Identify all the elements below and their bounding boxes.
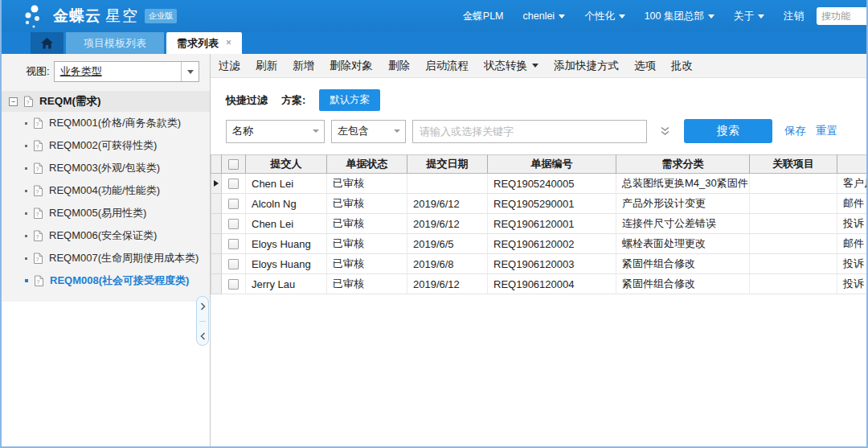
function-search-input[interactable] [817,7,868,25]
cell-project[interactable] [750,254,837,274]
cell-source[interactable]: 投诉 [837,274,866,294]
menu-item-personalize[interactable]: 个性化 [584,10,625,23]
cell-date[interactable] [407,174,488,194]
cell-category[interactable]: 总装图纸更换M4_30紧固件 [616,174,750,194]
toolbar-add[interactable]: 新增 [293,59,314,73]
row-checkbox[interactable] [228,259,239,269]
header-select-all[interactable] [222,154,246,174]
menu-item-about[interactable]: 关于 [734,10,764,23]
cell-submitter[interactable]: Chen Lei [246,214,327,234]
menu-item-user[interactable]: chenlei [523,10,566,22]
cell-project[interactable] [750,174,837,194]
row-checkbox[interactable] [228,219,239,229]
row-select-cell[interactable] [222,174,246,194]
tab-project-template-list[interactable]: 项目模板列表 [66,32,164,54]
cell-submitter[interactable]: Eloys Huang [246,234,327,254]
cell-project[interactable] [750,214,837,234]
search-button[interactable]: 搜索 [684,119,772,143]
cell-submitter[interactable]: Alcoln Ng [246,194,327,214]
view-select-arrow[interactable] [181,62,199,81]
column-header-source[interactable]: 需求来源 [837,154,866,174]
cell-category[interactable]: 紧固件组合修改 [616,254,750,274]
cell-status[interactable]: 已审核 [327,194,407,214]
toolbar-filter[interactable]: 过滤 [219,59,240,73]
cell-submitter[interactable]: Jerry Lau [246,274,327,294]
row-checkbox[interactable] [228,239,239,249]
toolbar-start-workflow[interactable]: 启动流程 [425,59,469,73]
cell-date[interactable]: 2019/6/12 [407,194,488,214]
menu-item-plm[interactable]: 金蝶PLM [463,10,504,23]
cell-date[interactable]: 2019/6/12 [407,214,488,234]
toolbar-status-transition[interactable]: 状态转换 [484,59,538,73]
tree-item-reqm005[interactable]: ? REQM005(易用性类) [2,202,210,224]
toolbar-refresh[interactable]: 刷新 [256,59,277,73]
column-header-submitter[interactable]: 提交人 [246,154,327,174]
cell-status[interactable]: 已审核 [327,214,407,234]
view-select[interactable]: 业务类型 [54,61,199,82]
tree-item-reqm006[interactable]: ? REQM006(安全保证类) [2,224,210,247]
column-header-number[interactable]: 单据编号 [488,154,616,174]
cell-status[interactable]: 已审核 [327,234,407,254]
cell-status[interactable]: 已审核 [327,254,407,274]
tree-item-reqm004[interactable]: ? REQM004(功能/性能类) [2,179,210,202]
cell-date[interactable]: 2019/6/5 [407,234,488,254]
panel-splitter[interactable] [196,296,209,346]
row-select-cell[interactable] [222,254,246,274]
row-select-cell[interactable] [222,234,246,254]
cell-source[interactable]: 邮件 [837,194,866,214]
cell-number[interactable]: REQ1906120003 [488,254,616,274]
cell-status[interactable]: 已审核 [327,274,407,294]
tree-item-reqm007[interactable]: ? REQM007(生命周期使用成本类) [2,247,210,269]
cell-number[interactable]: REQ1906120002 [488,234,616,254]
default-scheme-button[interactable]: 默认方案 [319,89,380,111]
cell-date[interactable]: 2019/6/12 [407,274,488,294]
toolbar-delete-object[interactable]: 删除对象 [330,59,373,73]
tab-home[interactable] [31,32,63,54]
cell-category[interactable]: 产品外形设计变更 [616,194,750,214]
cell-project[interactable] [750,194,837,214]
chevron-left-icon[interactable] [200,332,206,340]
tree-item-reqm008-selected[interactable]: ? REQM008(社会可接受程度类) [2,269,210,292]
reset-link[interactable]: 重置 [816,124,837,138]
tree-item-reqm003[interactable]: ? REQM003(外观/包装类) [2,157,210,179]
tab-requirement-list[interactable]: 需求列表 × [166,32,242,54]
row-checkbox[interactable] [228,279,239,290]
cell-source[interactable]: 邮件 [837,234,866,254]
cell-date[interactable]: 2019/6/8 [407,254,488,274]
toolbar-delete[interactable]: 删除 [388,59,410,73]
column-header-project[interactable]: 关联项目 [750,154,837,174]
cell-category[interactable]: 螺栓表面处理更改 [616,234,750,254]
row-checkbox[interactable] [228,179,239,189]
filter-field-select[interactable]: 名称 [226,120,325,143]
cell-submitter[interactable]: Eloys Huang [246,254,327,274]
collapse-icon[interactable]: − [9,97,18,106]
row-select-cell[interactable] [222,194,246,214]
filter-operator-select[interactable]: 左包含 [331,120,406,143]
save-link[interactable]: 保存 [784,124,806,138]
cell-number[interactable]: REQ1905240005 [488,174,616,194]
column-header-category[interactable]: 需求分类 [616,154,750,174]
cell-status[interactable]: 已审核 [327,174,407,194]
select-all-checkbox[interactable] [228,159,239,170]
cell-category[interactable]: 紧固件组合修改 [616,274,750,294]
column-header-date[interactable]: 提交日期 [407,154,488,174]
cell-number[interactable]: REQ1906120001 [488,214,616,234]
row-select-cell[interactable] [222,274,246,294]
row-checkbox[interactable] [228,199,239,209]
toolbar-batch-edit[interactable]: 批改 [671,59,693,73]
cell-number[interactable]: REQ1905290001 [488,194,616,214]
tree-item-reqm002[interactable]: ? REQM002(可获得性类) [2,134,210,157]
expand-filter-button[interactable] [660,126,670,137]
menu-item-org[interactable]: 100 集团总部 [645,10,714,23]
row-select-cell[interactable] [222,214,246,234]
cell-source[interactable]: 投诉 [837,254,866,274]
tree-root-reqm[interactable]: − ? REQM(需求) [2,91,210,112]
logout-button[interactable]: 注销 [784,10,804,23]
cell-submitter[interactable]: Chen Lei [246,174,327,194]
cell-project[interactable] [750,234,837,254]
cell-category[interactable]: 连接件尺寸公差错误 [616,214,750,234]
toolbar-options[interactable]: 选项 [634,59,656,73]
cell-source[interactable]: 客户反馈 [837,174,866,194]
keyword-input[interactable] [412,120,647,143]
cell-project[interactable] [750,274,837,294]
